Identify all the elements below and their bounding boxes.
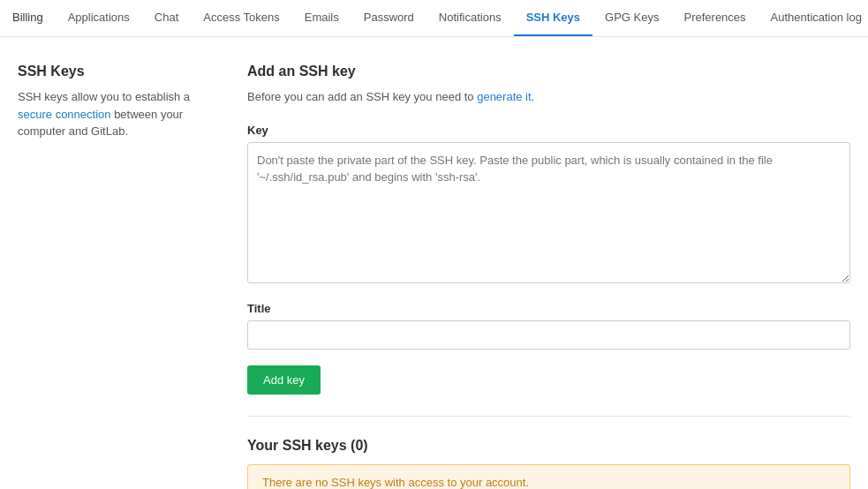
nav-tab-emails[interactable]: Emails [292, 0, 351, 36]
add-key-button[interactable]: Add key [247, 365, 321, 395]
nav-tab-chat[interactable]: Chat [142, 0, 191, 36]
nav-tab-preferences[interactable]: Preferences [671, 0, 758, 36]
key-textarea[interactable] [247, 142, 850, 283]
your-ssh-keys-title: Your SSH keys (0) [247, 438, 850, 454]
title-label: Title [247, 302, 850, 315]
nav-tab-access-tokens[interactable]: Access Tokens [191, 0, 291, 36]
title-field-group: Title [247, 302, 850, 350]
key-field-group: Key [247, 124, 850, 286]
section-divider [247, 416, 850, 417]
sidebar-description: SSH keys allow you to establish a secure… [18, 88, 212, 140]
sidebar-secure-link[interactable]: secure connection [18, 108, 111, 121]
before-text: Before you can add an SSH key you need t… [247, 88, 850, 106]
main-content: SSH Keys SSH keys allow you to establish… [0, 37, 868, 489]
nav-tab-billing[interactable]: Billing [0, 0, 56, 36]
sidebar-desc-text1: SSH keys allow you to establish a [18, 90, 190, 103]
no-keys-message: There are no SSH keys with access to you… [262, 476, 529, 489]
nav-tabs: BillingApplicationsChatAccess TokensEmai… [0, 0, 868, 37]
before-text-1: Before you can add an SSH key you need t… [247, 90, 477, 103]
generate-it-link[interactable]: generate it [477, 90, 531, 103]
nav-tab-authentication-log[interactable]: Authentication log [759, 0, 868, 36]
no-keys-alert: There are no SSH keys with access to you… [247, 464, 850, 490]
sidebar: SSH Keys SSH keys allow you to establish… [18, 64, 212, 489]
key-label: Key [247, 124, 850, 137]
nav-tab-ssh-keys[interactable]: SSH Keys [514, 0, 593, 36]
nav-tab-applications[interactable]: Applications [56, 0, 142, 36]
title-input[interactable] [247, 320, 850, 350]
before-text-2: . [532, 90, 535, 103]
nav-tab-password[interactable]: Password [351, 0, 426, 36]
nav-tab-notifications[interactable]: Notifications [426, 0, 514, 36]
add-ssh-key-title: Add an SSH key [247, 64, 850, 79]
nav-tab-gpg-keys[interactable]: GPG Keys [593, 0, 671, 36]
sidebar-title: SSH Keys [18, 64, 212, 79]
form-area: Add an SSH key Before you can add an SSH… [247, 64, 850, 489]
